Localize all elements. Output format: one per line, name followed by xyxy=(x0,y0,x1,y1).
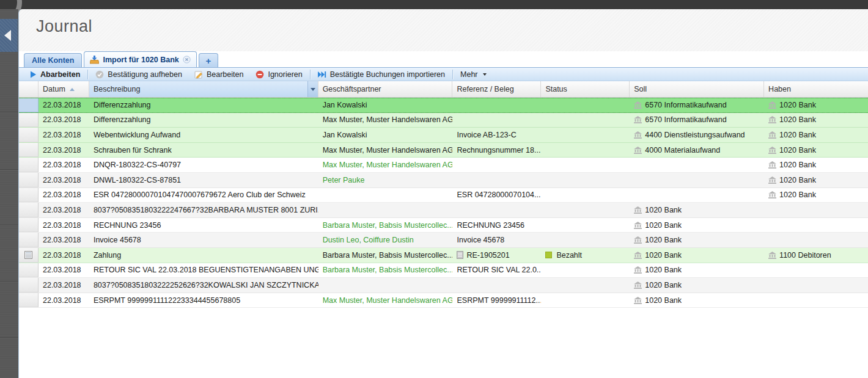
bestaetigung-aufheben-button[interactable]: Bestätigung aufheben xyxy=(89,68,188,81)
table-row[interactable]: 22.03.2018Webentwicklung AufwandJan Kowa… xyxy=(19,128,868,143)
cell-soll[interactable]: 4000 Materialaufwand xyxy=(630,143,764,158)
row-handle-cell[interactable] xyxy=(19,203,39,217)
cell-soll[interactable]: 6570 Informatikaufwand xyxy=(630,113,764,128)
account-icon xyxy=(634,282,642,289)
cell-soll[interactable]: 1020 Bank xyxy=(630,263,764,278)
column-header-status[interactable]: Status xyxy=(541,81,630,97)
column-header-referenz-beleg[interactable]: Referenz / Beleg xyxy=(452,81,541,97)
cell-soll[interactable]: 4400 Dienstleistungsaufwand xyxy=(630,128,764,142)
table-row[interactable]: 22.03.2018DNQR-180322-CS-40797Max Muster… xyxy=(19,158,868,173)
journal-entry-icon xyxy=(24,251,32,259)
cell-datum: 22.03.2018 xyxy=(39,188,89,203)
row-handle-cell[interactable] xyxy=(19,218,39,233)
bearbeiten-button[interactable]: Bearbeiten xyxy=(188,68,249,81)
row-handle-cell[interactable] xyxy=(19,248,39,263)
account-icon xyxy=(634,297,642,304)
account-icon xyxy=(634,116,642,123)
table-row[interactable]: 22.03.20188037?0508351803222252626?32KOW… xyxy=(19,278,868,293)
row-handle-cell[interactable] xyxy=(19,158,39,172)
cell-haben[interactable]: 1020 Bank xyxy=(764,98,868,112)
cell-datum: 22.03.2018 xyxy=(39,113,89,128)
table-row[interactable]: 22.03.2018ESRPMT 99999911112223334445567… xyxy=(19,293,868,308)
cell-soll[interactable]: 1020 Bank xyxy=(630,278,764,293)
cell-soll[interactable]: 1020 Bank xyxy=(630,293,764,308)
tab-import-1020-bank[interactable]: Import für 1020 Bank xyxy=(84,51,196,67)
row-handle-cell[interactable] xyxy=(19,293,39,308)
table-row[interactable]: 22.03.2018ZahlungBarbara Muster, Babsis … xyxy=(19,248,868,263)
cell-soll[interactable]: 1020 Bank xyxy=(630,233,764,247)
column-header-soll[interactable]: Soll xyxy=(630,81,764,97)
cell-referenz-beleg xyxy=(452,278,541,293)
new-tab-button[interactable]: + xyxy=(199,53,218,67)
cell-referenz-beleg: ESR 04728000070104... xyxy=(452,188,541,203)
cell-datum: 22.03.2018 xyxy=(39,263,89,278)
cell-soll[interactable]: 1020 Bank xyxy=(630,218,764,233)
column-menu-button[interactable] xyxy=(307,81,318,97)
cell-status xyxy=(541,173,630,187)
column-header-geschaeftspartner[interactable]: Geschäftspartner xyxy=(318,81,453,97)
row-handle-cell[interactable] xyxy=(19,113,39,128)
table-row[interactable]: 22.03.2018Invoice 45678Dustin Leo, Coiff… xyxy=(19,233,868,248)
account-icon xyxy=(634,131,642,139)
close-icon[interactable] xyxy=(183,56,191,64)
cell-soll[interactable]: 6570 Informatikaufwand xyxy=(630,98,764,112)
cell-geschaeftspartner-link[interactable]: Dustin Leo, Coiffure Dustin xyxy=(318,233,453,247)
cell-referenz-beleg: RE-1905201 xyxy=(452,248,541,263)
bestaetigte-buchungen-importieren-button[interactable]: Bestätigte Buchungen importieren xyxy=(312,68,451,81)
cell-haben[interactable]: 1020 Bank xyxy=(764,173,868,187)
account-icon xyxy=(634,236,642,244)
row-handle-cell[interactable] xyxy=(19,263,39,278)
cell-soll[interactable]: 1020 Bank xyxy=(630,248,764,263)
status-badge: Bezahlt xyxy=(556,251,582,260)
cell-geschaeftspartner-link[interactable]: Barbara Muster, Babsis Mustercollec... xyxy=(318,218,453,233)
row-handle-cell[interactable] xyxy=(19,98,39,112)
table-row[interactable]: 22.03.2018DifferenzzahlungMax Muster, Mu… xyxy=(19,113,868,128)
cell-geschaeftspartner-link[interactable]: Barbara Muster, Babsis Mustercollec... xyxy=(318,263,453,278)
table-row[interactable]: 22.03.2018DifferenzzahlungJan Kowalski65… xyxy=(19,98,868,113)
table-row[interactable]: 22.03.2018RETOUR SIC VAL 22.03.2018 BEGU… xyxy=(19,263,868,278)
table-row[interactable]: 22.03.2018RECHNUNG 23456Barbara Muster, … xyxy=(19,218,868,233)
cell-haben[interactable]: 1020 Bank xyxy=(764,158,868,172)
table-row[interactable]: 22.03.2018Schrauben für SchrankMax Muste… xyxy=(19,143,868,158)
cell-haben xyxy=(764,293,868,308)
cell-haben[interactable]: 1020 Bank xyxy=(764,128,868,142)
tab-alle-konten[interactable]: Alle Konten xyxy=(24,53,82,67)
account-icon xyxy=(634,252,642,259)
dropdown-caret-icon xyxy=(483,73,487,76)
column-header-haben[interactable]: Haben xyxy=(764,81,868,97)
row-handle-cell[interactable] xyxy=(19,188,39,203)
row-handle-cell[interactable] xyxy=(19,233,39,247)
mehr-menu-button[interactable]: Mehr xyxy=(454,68,492,81)
cell-beschreibung: Schrauben für Schrank xyxy=(89,143,318,158)
table-row[interactable]: 22.03.20188037?0508351803222247667?32BAR… xyxy=(19,203,868,218)
cell-haben[interactable]: 1020 Bank xyxy=(764,113,868,128)
cell-haben[interactable]: 1020 Bank xyxy=(764,143,868,158)
sidebar-collapse-handle[interactable] xyxy=(0,19,18,52)
column-header-beschreibung[interactable]: Beschreibung xyxy=(89,81,318,97)
document-icon xyxy=(457,251,463,259)
cell-beschreibung: Zahlung xyxy=(89,248,318,263)
cell-haben[interactable]: 1020 Bank xyxy=(764,188,868,203)
cell-beschreibung: Webentwicklung Aufwand xyxy=(89,128,318,142)
column-header-datum[interactable]: Datum xyxy=(39,81,89,97)
row-handle-cell[interactable] xyxy=(19,278,39,293)
row-handle-cell[interactable] xyxy=(19,128,39,142)
cell-soll xyxy=(630,173,764,187)
cell-beschreibung: RECHNUNG 23456 xyxy=(89,218,318,233)
ignorieren-button[interactable]: Ignorieren xyxy=(249,68,308,81)
table-row[interactable]: 22.03.2018ESR 04728000070104747000767967… xyxy=(19,188,868,203)
cell-haben[interactable]: 1100 Debitoren xyxy=(764,248,868,263)
cell-geschaeftspartner-link[interactable]: Max Muster, Muster Handelswaren AG xyxy=(318,293,453,308)
abarbeiten-button[interactable]: Abarbeiten xyxy=(24,68,86,81)
table-row[interactable]: 22.03.2018DNWL-180322-CS-87851Peter Pauk… xyxy=(19,173,868,188)
account-icon xyxy=(768,176,776,184)
cell-status xyxy=(541,128,630,142)
row-handle-cell[interactable] xyxy=(19,173,39,187)
cell-soll[interactable]: 1020 Bank xyxy=(630,203,764,217)
row-handle-cell[interactable] xyxy=(19,143,39,158)
cell-geschaeftspartner-link[interactable]: Max Muster, Muster Handelswaren AG xyxy=(318,158,453,172)
cell-geschaeftspartner-link[interactable]: Peter Pauke xyxy=(318,173,453,187)
cell-datum: 22.03.2018 xyxy=(39,128,89,142)
cell-beschreibung: Differenzzahlung xyxy=(89,113,318,128)
collapsed-sidebar xyxy=(0,9,18,378)
